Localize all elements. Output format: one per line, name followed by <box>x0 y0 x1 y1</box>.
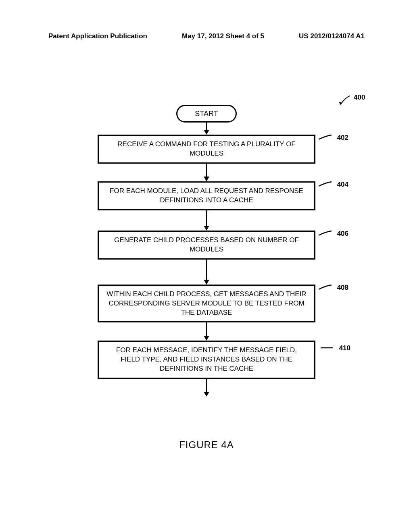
arrow-connector <box>94 322 319 341</box>
svg-marker-6 <box>204 226 209 231</box>
reference-402: 402 <box>319 133 348 143</box>
svg-marker-12 <box>204 392 209 397</box>
callout-line-icon <box>319 230 335 238</box>
callout-line-icon <box>319 284 335 292</box>
callout-line-icon <box>321 345 337 353</box>
reference-label: 400 <box>354 94 365 102</box>
process-text: FOR EACH MESSAGE, IDENTIFY THE MESSAGE F… <box>116 346 297 372</box>
reference-408: 408 <box>319 283 348 293</box>
reference-404: 404 <box>319 180 348 189</box>
reference-400: 400 <box>338 95 352 110</box>
down-arrow-icon <box>202 260 211 285</box>
header-center: May 17, 2012 Sheet 4 of 5 <box>182 32 264 40</box>
reference-label: 402 <box>337 133 348 143</box>
reference-label: 404 <box>337 180 348 189</box>
arrow-connector <box>94 260 319 285</box>
reference-406: 406 <box>319 229 348 239</box>
process-text: GENERATE CHILD PROCESSES BASED ON NUMBER… <box>114 236 299 253</box>
curved-arrow-icon <box>338 95 352 109</box>
svg-marker-8 <box>204 280 209 285</box>
down-arrow-icon <box>202 379 211 397</box>
arrow-connector <box>94 123 319 135</box>
arrow-connector <box>94 210 319 231</box>
svg-marker-10 <box>204 336 209 341</box>
patent-header: Patent Application Publication May 17, 2… <box>0 32 413 40</box>
process-box-402: RECEIVE A COMMAND FOR TESTING A PLURALIT… <box>98 135 315 164</box>
header-right: US 2012/0124074 A1 <box>299 32 365 40</box>
process-box-408: WITHIN EACH CHILD PROCESS, GET MESSAGES … <box>98 285 315 323</box>
reference-label: 406 <box>337 229 348 239</box>
down-arrow-icon <box>202 210 211 231</box>
flowchart-container: 400 START RECEIVE A COMMAND FOR TESTING … <box>94 105 319 397</box>
start-terminator: START <box>176 105 237 123</box>
down-arrow-icon <box>202 164 211 181</box>
header-left: Patent Application Publication <box>48 32 147 40</box>
callout-line-icon <box>319 134 335 142</box>
down-arrow-icon <box>202 123 211 135</box>
arrow-connector <box>94 164 319 181</box>
process-box-406: GENERATE CHILD PROCESSES BASED ON NUMBER… <box>98 231 315 260</box>
process-box-410: FOR EACH MESSAGE, IDENTIFY THE MESSAGE F… <box>98 341 315 379</box>
process-text: RECEIVE A COMMAND FOR TESTING A PLURALIT… <box>117 140 295 157</box>
down-arrow-icon <box>202 322 211 341</box>
reference-label: 408 <box>337 283 348 293</box>
svg-marker-4 <box>204 177 209 181</box>
figure-caption: FIGURE 4A <box>179 439 234 451</box>
svg-marker-2 <box>204 130 209 135</box>
reference-410: 410 <box>321 344 350 353</box>
figure-label-text: FIGURE 4A <box>179 439 234 450</box>
start-label: START <box>195 110 218 118</box>
callout-line-icon <box>319 181 335 189</box>
reference-label: 410 <box>339 344 350 353</box>
process-text: FOR EACH MODULE, LOAD ALL REQUEST AND RE… <box>110 187 303 204</box>
process-text: WITHIN EACH CHILD PROCESS, GET MESSAGES … <box>106 290 306 316</box>
process-box-404: FOR EACH MODULE, LOAD ALL REQUEST AND RE… <box>98 181 315 210</box>
arrow-connector <box>94 379 319 397</box>
